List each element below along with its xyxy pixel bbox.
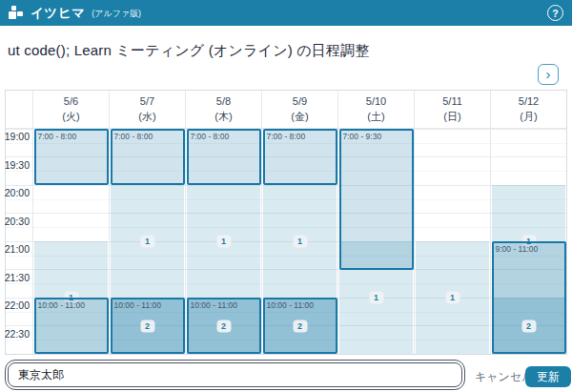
- availability-count-badge: 2: [293, 320, 307, 332]
- day-column-5/6[interactable]: 17:00 - 8:0010:00 - 11:00: [32, 129, 109, 354]
- day-date: 5/10: [366, 94, 386, 110]
- availability-count-badge: 1: [369, 292, 383, 304]
- time-label-20:00: 20:00: [5, 187, 30, 198]
- selected-slot-time-label: 9:00 - 11:00: [494, 243, 564, 255]
- selected-slot[interactable]: 7:00 - 8:00: [263, 129, 337, 185]
- day-date: 5/9: [293, 94, 307, 110]
- time-axis: 19:0019:3020:0020:3021:0021:3022:0022:30: [6, 129, 32, 354]
- day-of-week: (金): [291, 110, 308, 125]
- selected-slot-time-label: 7:00 - 8:00: [112, 131, 183, 142]
- calendar-body: 19:0019:3020:0020:3021:0021:3022:0022:30…: [6, 129, 566, 354]
- schedule-calendar: 5/6(火)5/7(水)5/8(木)5/9(金)5/10(土)5/11(日)5/…: [5, 90, 567, 355]
- day-header-5/7: 5/7(水): [109, 91, 185, 128]
- day-date: 5/6: [64, 94, 78, 110]
- time-label-20:30: 20:30: [5, 216, 30, 227]
- day-of-week: (日): [443, 110, 460, 125]
- time-label-22:00: 22:00: [5, 299, 30, 311]
- selected-slot-time-label: 7:00 - 8:00: [189, 131, 259, 142]
- time-label-21:00: 21:00: [5, 243, 30, 255]
- day-date: 5/12: [519, 94, 539, 110]
- time-label-22:30: 22:30: [5, 328, 30, 340]
- day-column-5/10[interactable]: 17:00 - 9:30: [337, 129, 414, 354]
- day-of-week: (土): [367, 110, 384, 125]
- day-of-week: (木): [214, 110, 232, 125]
- day-header-5/9: 5/9(金): [261, 91, 337, 128]
- next-week-button[interactable]: ›: [538, 64, 559, 85]
- day-date: 5/7: [140, 94, 154, 110]
- day-header-5/10: 5/10(土): [337, 91, 414, 128]
- update-button[interactable]: 更新: [525, 366, 571, 387]
- calendar-corner-cell: [6, 91, 32, 128]
- availability-count-badge: 2: [140, 320, 154, 332]
- selected-slot[interactable]: 10:00 - 11:00: [34, 298, 109, 354]
- selected-slot[interactable]: 7:00 - 8:00: [187, 129, 261, 185]
- selected-slot-time-label: 10:00 - 11:00: [189, 299, 259, 311]
- day-column-5/8[interactable]: 127:00 - 8:0010:00 - 11:00: [185, 129, 261, 354]
- day-column-5/7[interactable]: 127:00 - 8:0010:00 - 11:00: [109, 129, 185, 354]
- page-title: ut code(); Learn ミーティング (オンライン) の日程調整: [8, 42, 370, 60]
- time-label-19:00: 19:00: [5, 131, 30, 142]
- day-date: 5/11: [442, 94, 462, 110]
- availability-count-badge: 2: [521, 320, 536, 332]
- day-header-5/8: 5/8(木): [185, 91, 261, 128]
- participant-name-input[interactable]: [8, 362, 462, 387]
- selected-slot-time-label: 7:00 - 8:00: [265, 131, 336, 142]
- day-header-5/11: 5/11(日): [414, 91, 490, 128]
- day-column-5/11[interactable]: 1: [414, 129, 490, 354]
- day-of-week: (火): [62, 110, 79, 125]
- selected-slot[interactable]: 9:00 - 11:00: [492, 241, 566, 354]
- time-label-19:30: 19:30: [5, 159, 30, 171]
- brand-name: イツヒマ: [31, 5, 85, 22]
- selected-slot-time-label: 7:00 - 8:00: [36, 131, 107, 142]
- selected-slot[interactable]: 7:00 - 8:00: [34, 129, 109, 185]
- selected-slot-time-label: 10:00 - 11:00: [36, 299, 107, 311]
- day-of-week: (水): [138, 110, 155, 125]
- day-column-5/9[interactable]: 127:00 - 8:0010:00 - 11:00: [261, 129, 337, 354]
- availability-count-badge: 2: [216, 320, 231, 332]
- availability-count-badge: 1: [140, 236, 154, 248]
- app-root: イツヒマ (アルファ版) ? ut code(); Learn ミーティング (…: [0, 0, 572, 392]
- selected-slot-time-label: 10:00 - 11:00: [112, 299, 183, 311]
- day-header-5/12: 5/12(月): [490, 91, 566, 128]
- day-header-5/6: 5/6(火): [32, 91, 109, 128]
- alpha-version-label: (アルファ版): [92, 8, 141, 20]
- itsuhima-logo-icon: [9, 6, 24, 20]
- selected-slot[interactable]: 7:00 - 8:00: [111, 129, 185, 185]
- calendar-day-header-row: 5/6(火)5/7(水)5/8(木)5/9(金)5/10(土)5/11(日)5/…: [6, 91, 566, 129]
- availability-count-badge: 1: [445, 292, 460, 304]
- selected-slot-time-label: 7:00 - 9:30: [341, 131, 412, 142]
- day-date: 5/8: [216, 94, 231, 110]
- selected-slot-time-label: 10:00 - 11:00: [265, 299, 336, 311]
- selected-slot[interactable]: 7:00 - 9:30: [339, 129, 414, 270]
- day-of-week: (月): [520, 110, 537, 125]
- availability-count-badge: 1: [216, 236, 231, 248]
- day-column-5/12[interactable]: 129:00 - 11:00: [490, 129, 566, 354]
- app-bar: イツヒマ (アルファ版) ?: [0, 0, 572, 26]
- help-icon[interactable]: ?: [547, 5, 563, 21]
- availability-count-badge: 1: [293, 236, 307, 248]
- time-label-21:30: 21:30: [5, 272, 30, 283]
